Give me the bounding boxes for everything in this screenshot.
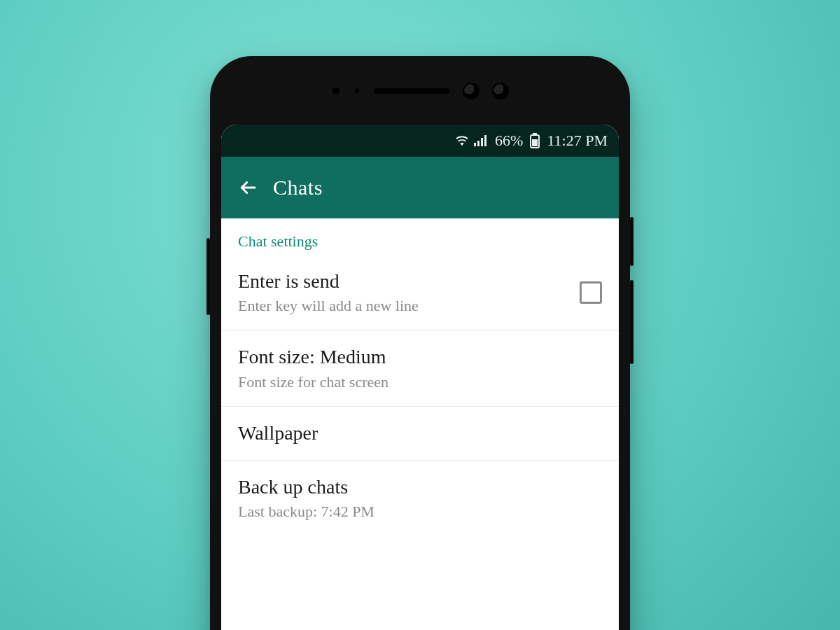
battery-icon <box>530 133 540 148</box>
svg-rect-0 <box>474 143 476 146</box>
row-font-size[interactable]: Font size: Medium Font size for chat scr… <box>221 330 619 406</box>
status-icons <box>454 134 488 147</box>
sensor-dot <box>354 88 360 94</box>
side-button-2 <box>630 280 634 364</box>
arrow-left-icon <box>237 177 258 198</box>
status-bar: 66% 11:27 PM <box>221 125 619 157</box>
front-camera <box>492 83 509 99</box>
clock-time: 11:27 PM <box>547 132 608 150</box>
front-camera <box>463 83 479 99</box>
row-enter-is-send[interactable]: Enter is send Enter key will add a new l… <box>221 255 619 330</box>
wifi-icon <box>454 134 470 147</box>
row-subtitle: Font size for chat screen <box>238 373 602 391</box>
row-title: Enter is send <box>238 270 566 293</box>
app-bar: Chats <box>221 157 619 218</box>
enter-is-send-checkbox[interactable] <box>580 281 602 304</box>
row-title: Font size: Medium <box>238 346 602 368</box>
volume-button <box>206 238 210 315</box>
row-title: Wallpaper <box>238 422 602 444</box>
section-label: Chat settings <box>221 218 619 255</box>
svg-rect-1 <box>477 141 479 146</box>
earpiece-speaker <box>373 88 450 94</box>
row-title: Back up chats <box>238 476 602 498</box>
page-title: Chats <box>273 176 323 200</box>
svg-rect-3 <box>484 135 486 146</box>
phone-screen: 66% 11:27 PM <box>221 125 619 630</box>
row-backup-chats[interactable]: Back up chats Last backup: 7:42 PM <box>221 461 619 536</box>
row-subtitle: Enter key will add a new line <box>238 297 566 314</box>
battery-percent: 66% <box>495 132 523 150</box>
settings-content: Chat settings Enter is send Enter key wi… <box>221 218 619 536</box>
row-wallpaper[interactable]: Wallpaper <box>221 407 619 461</box>
back-button[interactable] <box>228 168 267 207</box>
signal-icon <box>474 134 488 147</box>
svg-rect-6 <box>532 139 538 146</box>
svg-rect-2 <box>481 138 483 146</box>
side-button-1 <box>630 217 634 266</box>
phone-frame: 66% 11:27 PM <box>210 56 630 630</box>
stage: 66% 11:27 PM <box>0 0 840 630</box>
row-subtitle: Last backup: 7:42 PM <box>238 503 602 520</box>
sensor-dot <box>331 86 341 96</box>
phone-bezel-top <box>280 70 560 112</box>
